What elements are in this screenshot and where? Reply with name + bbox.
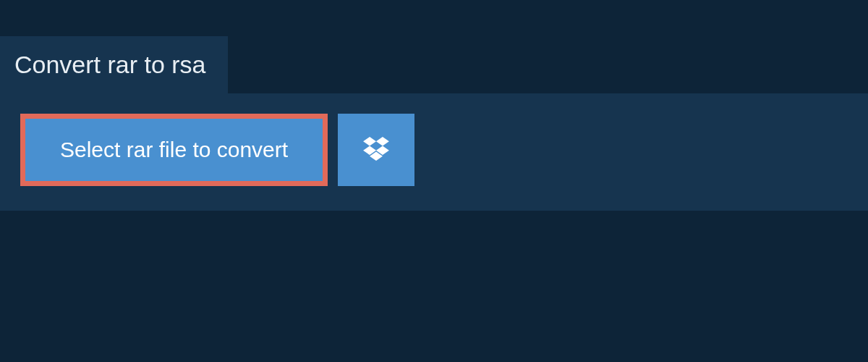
- content-panel: Select rar file to convert: [0, 93, 868, 211]
- page-title: Convert rar to rsa: [14, 51, 206, 79]
- select-file-button[interactable]: Select rar file to convert: [20, 114, 328, 186]
- dropbox-button[interactable]: [338, 114, 414, 186]
- dropbox-icon: [363, 137, 389, 164]
- tab-header: Convert rar to rsa: [0, 36, 228, 93]
- select-file-label: Select rar file to convert: [60, 138, 288, 162]
- button-row: Select rar file to convert: [20, 114, 848, 186]
